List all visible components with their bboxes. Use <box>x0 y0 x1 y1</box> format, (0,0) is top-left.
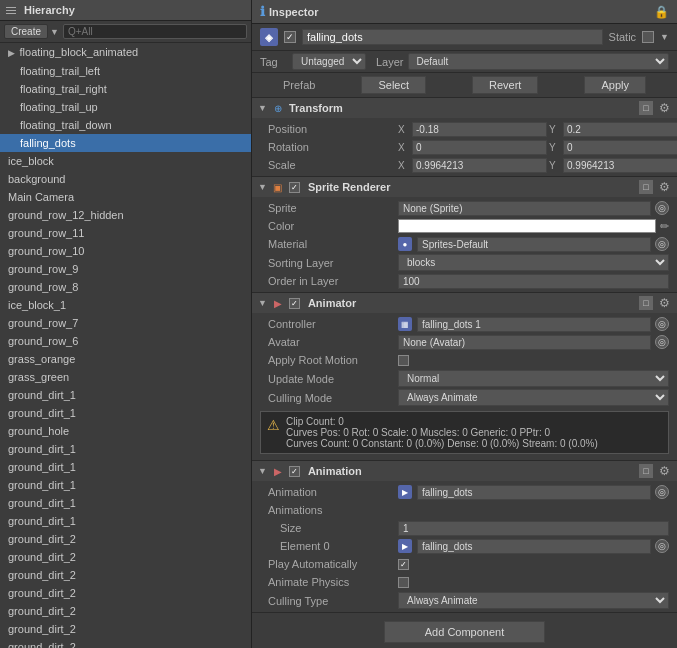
position-x-input[interactable] <box>412 122 547 137</box>
hierarchy-item-ground_row_6[interactable]: ground_row_6 <box>0 332 251 350</box>
controller-input[interactable] <box>417 317 651 332</box>
animator-header[interactable]: ▼ ▶ Animator □ ⚙ <box>252 293 677 313</box>
transform-header[interactable]: ▼ ⊕ Transform □ ⚙ <box>252 98 677 118</box>
color-pencil-icon[interactable]: ✏ <box>660 220 669 233</box>
sprite-input[interactable] <box>398 201 651 216</box>
hierarchy-item-floating_trail_right[interactable]: floating_trail_right <box>0 80 251 98</box>
hierarchy-item-falling_dots[interactable]: falling_dots <box>0 134 251 152</box>
transform-gear-button[interactable]: ⚙ <box>657 101 671 115</box>
prefab-revert-button[interactable]: Revert <box>472 76 538 94</box>
animation-enabled-checkbox[interactable] <box>289 466 300 477</box>
element0-input[interactable] <box>417 539 651 554</box>
hierarchy-item-background[interactable]: background <box>0 170 251 188</box>
search-input[interactable] <box>63 24 247 39</box>
hierarchy-item-ground_dirt_2c[interactable]: ground_dirt_2 <box>0 566 251 584</box>
hierarchy-item-ground_dirt_1a[interactable]: ground_dirt_1 <box>0 386 251 404</box>
hierarchy-item-main_camera[interactable]: Main Camera <box>0 188 251 206</box>
sorting-layer-dropdown[interactable]: blocks <box>398 254 669 271</box>
animate-physics-checkbox[interactable] <box>398 577 409 588</box>
hierarchy-item-ice_block_1[interactable]: ice_block_1 <box>0 296 251 314</box>
object-enabled-checkbox[interactable] <box>284 31 296 43</box>
sprite-renderer-enabled-checkbox[interactable] <box>289 182 300 193</box>
hierarchy-item-ground_dirt_2a[interactable]: ground_dirt_2 <box>0 530 251 548</box>
tag-dropdown[interactable]: Untagged <box>292 53 366 70</box>
lock-icon[interactable]: 🔒 <box>654 5 669 19</box>
apply-root-motion-checkbox[interactable] <box>398 355 409 366</box>
sprite-renderer-header[interactable]: ▼ ▣ Sprite Renderer □ ⚙ <box>252 177 677 197</box>
hierarchy-item-ground_dirt_1e[interactable]: ground_dirt_1 <box>0 476 251 494</box>
rotation-y-input[interactable] <box>563 140 677 155</box>
rotation-x-input[interactable] <box>412 140 547 155</box>
order-in-layer-input[interactable] <box>398 274 669 289</box>
prefab-apply-button[interactable]: Apply <box>584 76 646 94</box>
animator-gear-button[interactable]: ⚙ <box>657 296 671 310</box>
layer-dropdown[interactable]: Default <box>408 53 669 70</box>
position-y-input[interactable] <box>563 122 677 137</box>
hierarchy-item-ground_dirt_2b[interactable]: ground_dirt_2 <box>0 548 251 566</box>
static-checkbox[interactable] <box>642 31 654 43</box>
hierarchy-item-grass_orange[interactable]: grass_orange <box>0 350 251 368</box>
scale-x-input[interactable] <box>412 158 547 173</box>
hierarchy-item-ground_dirt_2f[interactable]: ground_dirt_2 <box>0 620 251 638</box>
animation-gear-button[interactable]: ⚙ <box>657 464 671 478</box>
animation-copy-button[interactable]: □ <box>639 464 653 478</box>
avatar-row: Avatar ◎ <box>252 333 677 351</box>
hierarchy-item-ground_dirt_1f[interactable]: ground_dirt_1 <box>0 494 251 512</box>
culling-mode-dropdown[interactable]: Always Animate <box>398 389 669 406</box>
hierarchy-item-ground_dirt_2g[interactable]: ground_dirt_2 <box>0 638 251 648</box>
avatar-select-circle-button[interactable]: ◎ <box>655 335 669 349</box>
culling-type-dropdown[interactable]: Always Animate <box>398 592 669 609</box>
animator-enabled-checkbox[interactable] <box>289 298 300 309</box>
hierarchy-item-floating_block_animated[interactable]: ▶ floating_block_animated <box>0 43 251 62</box>
hierarchy-item-floating_trail_left[interactable]: floating_trail_left <box>0 62 251 80</box>
hierarchy-item-ground_dirt_2e[interactable]: ground_dirt_2 <box>0 602 251 620</box>
hierarchy-item-floating_trail_down[interactable]: floating_trail_down <box>0 116 251 134</box>
prefab-select-button[interactable]: Select <box>361 76 426 94</box>
create-dropdown-arrow[interactable]: ▼ <box>50 27 59 37</box>
color-swatch[interactable] <box>398 219 656 233</box>
hierarchy-item-ground_row_10[interactable]: ground_row_10 <box>0 242 251 260</box>
hierarchy-item-ground_row_11[interactable]: ground_row_11 <box>0 224 251 242</box>
hierarchy-item-label: ground_row_11 <box>8 227 84 239</box>
hierarchy-item-ground_row_12_hidden[interactable]: ground_row_12_hidden <box>0 206 251 224</box>
hierarchy-item-ground_hole[interactable]: ground_hole <box>0 422 251 440</box>
culling-type-row: Culling Type Always Animate <box>252 591 677 610</box>
hierarchy-item-ground_dirt_1g[interactable]: ground_dirt_1 <box>0 512 251 530</box>
element0-select-button[interactable]: ◎ <box>655 539 669 553</box>
object-name-input[interactable] <box>302 29 603 45</box>
hierarchy-item-label: ground_dirt_1 <box>8 497 76 509</box>
hierarchy-item-floating_trail_up[interactable]: floating_trail_up <box>0 98 251 116</box>
transform-copy-button[interactable]: □ <box>639 101 653 115</box>
hierarchy-item-ground_dirt_1b[interactable]: ground_dirt_1 <box>0 404 251 422</box>
hierarchy-item-grass_green[interactable]: grass_green <box>0 368 251 386</box>
static-dropdown-arrow[interactable]: ▼ <box>660 32 669 42</box>
avatar-input[interactable] <box>398 335 651 350</box>
sprite-renderer-copy-button[interactable]: □ <box>639 180 653 194</box>
hierarchy-item-label: ground_dirt_2 <box>8 533 76 545</box>
create-button[interactable]: Create <box>4 24 48 39</box>
hierarchy-item-ground_row_8[interactable]: ground_row_8 <box>0 278 251 296</box>
avatar-value: ◎ <box>398 335 669 350</box>
play-automatically-checkbox[interactable] <box>398 559 409 570</box>
play-automatically-label: Play Automatically <box>268 558 398 570</box>
controller-select-circle-button[interactable]: ◎ <box>655 317 669 331</box>
hierarchy-item-ice_block[interactable]: ice_block <box>0 152 251 170</box>
animation-header[interactable]: ▼ ▶ Animation □ ⚙ <box>252 461 677 481</box>
animation-clip-select-button[interactable]: ◎ <box>655 485 669 499</box>
sprite-renderer-gear-button[interactable]: ⚙ <box>657 180 671 194</box>
animator-copy-button[interactable]: □ <box>639 296 653 310</box>
animation-clip-input[interactable] <box>417 485 651 500</box>
hierarchy-item-ground_dirt_2d[interactable]: ground_dirt_2 <box>0 584 251 602</box>
update-mode-dropdown[interactable]: Normal <box>398 370 669 387</box>
material-input[interactable] <box>417 237 651 252</box>
hierarchy-item-ground_row_7[interactable]: ground_row_7 <box>0 314 251 332</box>
hierarchy-item-ground_row_9[interactable]: ground_row_9 <box>0 260 251 278</box>
add-component-button[interactable]: Add Component <box>384 621 546 643</box>
hierarchy-item-ground_dirt_1d[interactable]: ground_dirt_1 <box>0 458 251 476</box>
scale-y-input[interactable] <box>563 158 677 173</box>
hierarchy-item-ground_dirt_1c[interactable]: ground_dirt_1 <box>0 440 251 458</box>
animations-label-row: Animations <box>252 501 677 519</box>
sprite-select-circle-button[interactable]: ◎ <box>655 201 669 215</box>
animations-size-input[interactable] <box>398 521 669 536</box>
material-select-circle-button[interactable]: ◎ <box>655 237 669 251</box>
